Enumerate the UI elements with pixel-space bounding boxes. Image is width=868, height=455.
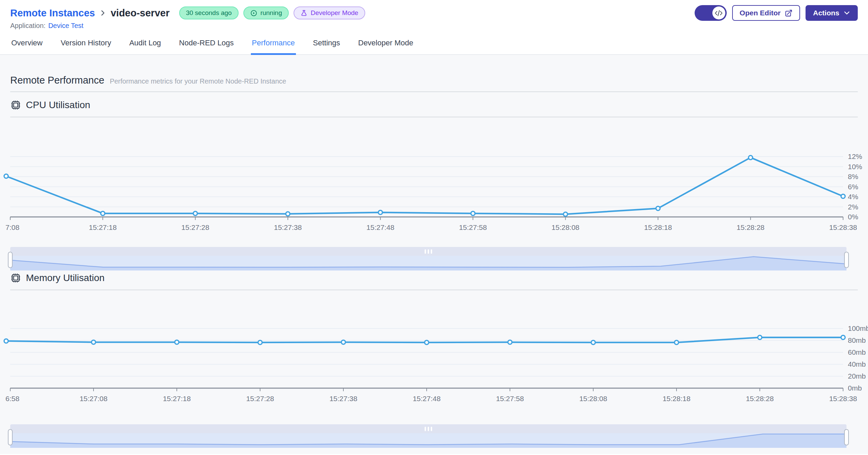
beaker-icon: [300, 10, 308, 17]
brush-minimap[interactable]: [10, 256, 846, 270]
svg-text:10%: 10%: [848, 163, 862, 171]
tab-developer-mode[interactable]: Developer Mode: [357, 34, 414, 55]
memory-section-title: Memory Utilisation: [26, 273, 104, 283]
svg-text:100mb: 100mb: [848, 324, 868, 332]
page-head: Remote Performance Performance metrics f…: [10, 55, 858, 86]
svg-text:12%: 12%: [848, 152, 862, 160]
breadcrumb: Remote Instances video-server 30 seconds…: [10, 5, 858, 21]
application-row: Application: Device Test: [10, 22, 858, 30]
drag-grip-icon: [425, 249, 426, 254]
chevron-down-icon: [843, 10, 850, 16]
page-header: Remote Instances video-server 30 seconds…: [0, 0, 868, 30]
drag-grip-icon: [428, 249, 429, 254]
brush-minimap[interactable]: [10, 433, 846, 448]
svg-text:15:27:48: 15:27:48: [367, 223, 395, 231]
developer-mode-badge: Developer Mode: [294, 6, 365, 19]
tab-settings[interactable]: Settings: [312, 34, 341, 55]
svg-text:15:28:18: 15:28:18: [644, 223, 672, 231]
memory-brush-area: [10, 434, 846, 448]
cpu-section-heading: CPU Utilisation: [10, 99, 858, 111]
status-label: running: [260, 9, 282, 17]
last-seen-badge: 30 seconds ago: [179, 6, 239, 19]
cpu-chart: 0%2%4%6%8%10%12%7:0815:27:1815:27:2815:2…: [0, 121, 868, 237]
open-editor-button[interactable]: Open Editor: [732, 5, 800, 21]
drag-grip-icon: [425, 427, 426, 431]
header-actions: Open Editor Actions: [695, 5, 858, 21]
instance-name: video-server: [111, 8, 170, 19]
memory-chart-range-brush[interactable]: [10, 424, 846, 448]
performance-panel: Remote Performance Performance metrics f…: [0, 55, 868, 454]
svg-text:80mb: 80mb: [848, 336, 866, 344]
svg-text:15:27:38: 15:27:38: [274, 223, 302, 231]
svg-text:2%: 2%: [848, 203, 858, 211]
tab-version-history[interactable]: Version History: [60, 34, 112, 55]
brush-drag-bar[interactable]: [10, 247, 846, 256]
memory-section-heading: Memory Utilisation: [10, 272, 858, 284]
actions-label: Actions: [813, 9, 839, 17]
cpu-chip-icon: [10, 273, 21, 283]
cpu-chart-range-brush[interactable]: [10, 247, 846, 270]
svg-text:15:27:28: 15:27:28: [181, 223, 209, 231]
cpu-section-title: CPU Utilisation: [26, 100, 90, 111]
code-bracket-icon: [715, 9, 723, 17]
toggle-knob: [712, 6, 725, 19]
open-editor-label: Open Editor: [740, 9, 781, 17]
brush-handle-right[interactable]: [844, 429, 849, 445]
svg-text:15:28:08: 15:28:08: [552, 223, 580, 231]
svg-text:8%: 8%: [848, 173, 858, 180]
cpu-chip-icon: [10, 100, 21, 111]
svg-text:15:27:28: 15:27:28: [246, 395, 274, 402]
tab-bar: OverviewVersion HistoryAudit LogNode-RED…: [0, 34, 868, 55]
developer-mode-toggle[interactable]: [695, 5, 727, 21]
svg-text:40mb: 40mb: [848, 360, 866, 368]
divider: [10, 91, 858, 92]
brush-drag-bar[interactable]: [10, 424, 846, 433]
status-badges: 30 seconds ago running Developer Mode: [179, 6, 365, 19]
application-link[interactable]: Device Test: [48, 22, 83, 30]
svg-text:15:28:28: 15:28:28: [746, 395, 774, 402]
tab-performance[interactable]: Performance: [251, 34, 296, 55]
page-subtitle: Performance metrics for your Remote Node…: [110, 77, 286, 85]
status-badge: running: [243, 6, 289, 19]
svg-text:15:28:38: 15:28:38: [829, 395, 857, 402]
svg-text:15:27:58: 15:27:58: [496, 395, 524, 402]
actions-button[interactable]: Actions: [806, 5, 858, 21]
external-link-icon: [785, 9, 793, 17]
svg-text:7:08: 7:08: [5, 223, 19, 231]
svg-text:0%: 0%: [848, 213, 858, 221]
svg-text:6:58: 6:58: [5, 395, 19, 402]
page-title: Remote Performance: [10, 75, 104, 86]
svg-text:15:27:38: 15:27:38: [329, 395, 357, 402]
tab-overview[interactable]: Overview: [10, 34, 44, 55]
play-circle-icon: [250, 10, 257, 17]
application-label: Application:: [10, 22, 45, 30]
svg-text:20mb: 20mb: [848, 372, 866, 380]
svg-text:4%: 4%: [848, 193, 858, 201]
brush-handle-left[interactable]: [8, 429, 13, 445]
svg-text:60mb: 60mb: [848, 348, 866, 356]
divider: [10, 290, 858, 290]
breadcrumb-remote-instances-link[interactable]: Remote Instances: [10, 8, 95, 19]
svg-text:15:27:18: 15:27:18: [89, 223, 117, 231]
svg-text:15:28:18: 15:28:18: [663, 395, 691, 402]
svg-text:15:27:48: 15:27:48: [413, 395, 441, 402]
drag-grip-icon: [431, 249, 432, 254]
last-seen-label: 30 seconds ago: [186, 9, 232, 17]
cpu-brush-area: [10, 256, 846, 270]
svg-text:0mb: 0mb: [848, 384, 862, 392]
brush-handle-right[interactable]: [844, 252, 849, 268]
svg-text:15:28:08: 15:28:08: [579, 395, 607, 402]
chevron-right-icon: [99, 9, 106, 17]
svg-text:15:27:18: 15:27:18: [163, 395, 191, 402]
memory-chart: 0mb20mb40mb60mb80mb100mb6:5815:27:0815:2…: [0, 293, 868, 411]
developer-mode-label: Developer Mode: [311, 9, 358, 17]
drag-grip-icon: [428, 427, 429, 431]
tab-audit-log[interactable]: Audit Log: [128, 34, 162, 55]
brush-handle-left[interactable]: [8, 252, 13, 268]
svg-text:15:27:58: 15:27:58: [459, 223, 487, 231]
svg-text:15:27:08: 15:27:08: [80, 395, 108, 402]
svg-text:15:28:38: 15:28:38: [829, 223, 857, 231]
divider: [10, 117, 858, 117]
tab-node-red-logs[interactable]: Node-RED Logs: [178, 34, 235, 55]
svg-text:15:28:28: 15:28:28: [737, 223, 765, 231]
